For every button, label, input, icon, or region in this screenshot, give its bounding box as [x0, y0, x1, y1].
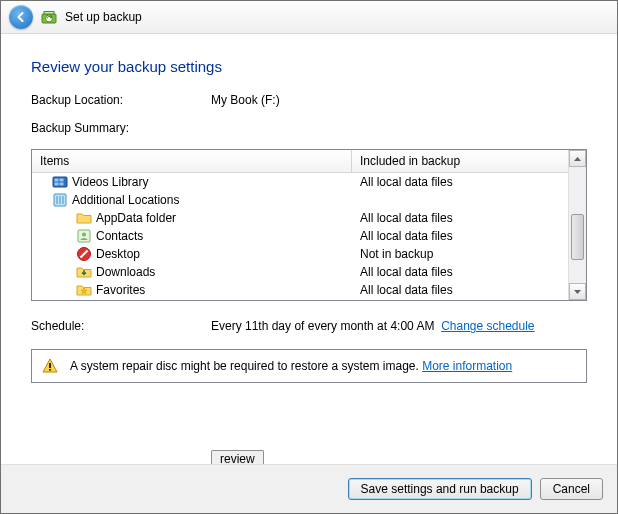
backup-app-icon [41, 9, 57, 25]
schedule-label: Schedule: [31, 319, 211, 333]
svg-rect-6 [55, 183, 59, 186]
list-row[interactable]: DesktopNot in backup [32, 245, 586, 263]
scrollbar[interactable] [568, 150, 586, 300]
backup-location-row: Backup Location: My Book (F:) [31, 93, 587, 107]
warning-box: A system repair disc might be required t… [31, 349, 587, 383]
list-header: Items Included in backup [32, 150, 586, 173]
titlebar: Set up backup [1, 1, 617, 34]
list-row[interactable]: Videos LibraryAll local data files [32, 173, 586, 191]
titlebar-text: Set up backup [65, 10, 142, 24]
list-row[interactable]: AppData folderAll local data files [32, 209, 586, 227]
schedule-row: Schedule: Every 11th day of every month … [31, 319, 587, 333]
summary-list: Items Included in backup Videos LibraryA… [31, 149, 587, 301]
change-schedule-link[interactable]: Change schedule [441, 319, 534, 333]
svg-rect-16 [49, 363, 51, 368]
favorites-icon [76, 282, 92, 298]
chevron-down-icon [574, 290, 581, 294]
svg-rect-7 [60, 183, 64, 186]
warning-icon [42, 358, 58, 374]
folder-icon [76, 210, 92, 226]
list-row[interactable]: Additional Locations [32, 191, 586, 209]
scroll-thumb[interactable] [571, 214, 584, 260]
item-name: Favorites [96, 281, 145, 299]
schedule-value: Every 11th day of every month at 4:00 AM [211, 319, 434, 333]
item-cell: AppData folder [32, 209, 352, 227]
included-cell: All local data files [352, 227, 586, 245]
back-button[interactable] [9, 5, 33, 29]
item-cell: Downloads [32, 263, 352, 281]
item-name: Additional Locations [72, 191, 179, 209]
list-row[interactable]: DownloadsAll local data files [32, 263, 586, 281]
backup-location-label: Backup Location: [31, 93, 211, 107]
backup-location-value: My Book (F:) [211, 93, 280, 107]
back-arrow-icon [15, 11, 27, 23]
included-cell: Not in backup [352, 245, 586, 263]
item-name: AppData folder [96, 209, 176, 227]
svg-rect-17 [49, 369, 51, 371]
item-cell: Contacts [32, 227, 352, 245]
contacts-icon [76, 228, 92, 244]
item-cell: Videos Library [32, 173, 352, 191]
backup-summary-label: Backup Summary: [31, 121, 129, 135]
svg-point-13 [82, 233, 86, 237]
scroll-down-button[interactable] [569, 283, 586, 300]
list-body: Videos LibraryAll local data filesAdditi… [32, 173, 586, 299]
item-name: Downloads [96, 263, 155, 281]
item-cell: Desktop [32, 245, 352, 263]
svg-rect-5 [60, 179, 64, 182]
list-row[interactable]: FavoritesAll local data files [32, 281, 586, 299]
blocked-icon [76, 246, 92, 262]
item-cell: Favorites [32, 281, 352, 299]
included-cell: All local data files [352, 209, 586, 227]
included-cell: All local data files [352, 263, 586, 281]
item-cell: Additional Locations [32, 191, 352, 209]
content-area: Review your backup settings Backup Locat… [1, 34, 617, 383]
page-heading: Review your backup settings [31, 58, 587, 75]
chevron-up-icon [574, 157, 581, 161]
video-library-icon [52, 174, 68, 190]
downloads-icon [76, 264, 92, 280]
svg-rect-2 [44, 12, 54, 15]
scroll-up-button[interactable] [569, 150, 586, 167]
included-cell: All local data files [352, 281, 586, 299]
warning-text: A system repair disc might be required t… [70, 359, 419, 373]
item-name: Contacts [96, 227, 143, 245]
column-header-items[interactable]: Items [32, 150, 352, 172]
cancel-button[interactable]: Cancel [540, 478, 603, 500]
backup-summary-label-row: Backup Summary: [31, 121, 587, 135]
column-header-included[interactable]: Included in backup [352, 150, 586, 172]
footer: Save settings and run backup Cancel [1, 464, 617, 513]
svg-rect-4 [55, 179, 59, 182]
item-name: Videos Library [72, 173, 149, 191]
included-cell: All local data files [352, 173, 586, 191]
item-name: Desktop [96, 245, 140, 263]
library-icon [52, 192, 68, 208]
list-row[interactable]: ContactsAll local data files [32, 227, 586, 245]
more-information-link[interactable]: More information [422, 359, 512, 373]
save-and-run-button[interactable]: Save settings and run backup [348, 478, 532, 500]
wizard-window: Set up backup Review your backup setting… [0, 0, 618, 514]
